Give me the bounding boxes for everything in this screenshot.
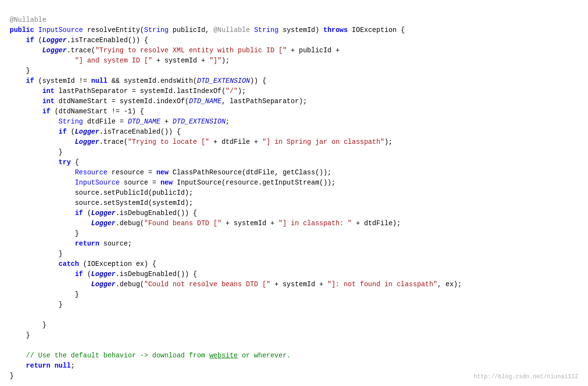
method-istrace2: .isTraceEnabled()) { — [99, 128, 181, 136]
string-trying: "Trying to resolve XML entity with publi… — [95, 46, 286, 54]
cond2: (systemId != — [38, 77, 91, 85]
code-viewer: @Nullable public InputSource resolveEnti… — [10, 5, 578, 381]
brace4: } — [75, 230, 79, 237]
keyword-int1: int — [42, 87, 54, 95]
string-found: "Found beans DTD [" — [144, 219, 222, 227]
brace5: } — [59, 250, 63, 258]
cond5: ( — [87, 209, 91, 217]
class-logger8: Logger — [91, 280, 115, 288]
type-string1: String — [144, 26, 168, 34]
annotation-nullable: @Nullable — [10, 16, 47, 24]
method-debug1: .debug( — [115, 219, 144, 227]
brace9: } — [26, 331, 30, 339]
concat5: + systemId + — [225, 219, 278, 227]
cond3: (dtdNameStart != -1) { — [54, 108, 144, 115]
annotation-nullable2: @Nullable — [213, 26, 250, 34]
method-resolveentity: resolveEntity( — [87, 26, 144, 34]
comment-default: // Use the default behavior -> download … — [26, 352, 291, 359]
string-inclasspath: "] in classpath: " — [279, 219, 352, 227]
string-slash: "/" — [225, 87, 238, 95]
cond2-close: )) { — [250, 77, 267, 85]
keyword-new1: new — [156, 169, 168, 176]
type-resource: Resource — [75, 169, 107, 176]
type-inputsource2: InputSource — [75, 179, 119, 186]
return-source: source; — [103, 240, 132, 247]
brace3: { — [75, 158, 79, 166]
class-logger1: Logger — [42, 36, 66, 44]
method-isdebug2: .isDebugEnabled()) { — [115, 270, 197, 278]
comma1: , lastPathSeparator); — [222, 97, 307, 105]
var-dtdfile: dtdFile = — [87, 118, 128, 125]
brace7: } — [59, 301, 63, 309]
method-setpublicid: source.setPublicId(publicId); — [75, 189, 193, 197]
param-publicid: publicId, — [173, 26, 213, 34]
concat7: + systemId + — [274, 280, 327, 288]
string-inspring: "] in Spring jar on classpath" — [262, 138, 384, 146]
concat3: + — [164, 118, 173, 125]
method-isdebug: .isDebugEnabled()) { — [115, 209, 197, 217]
brace2: } — [59, 148, 63, 156]
keyword-public: public — [10, 26, 34, 34]
keyword-null2: null — [54, 362, 71, 370]
keyword-throws: throws — [323, 26, 348, 34]
semi-final: ; — [71, 362, 75, 370]
brace6: } — [75, 291, 79, 298]
paren2: ); — [384, 138, 393, 146]
keyword-return2: return — [26, 362, 50, 370]
keyword-try: try — [59, 158, 71, 166]
method-trace1: .trace( — [67, 46, 95, 54]
class-logger2: Logger — [42, 46, 66, 54]
concat2: + systemId + — [156, 57, 209, 64]
keyword-if4: if — [59, 128, 67, 136]
class-logger7: Logger — [91, 270, 115, 278]
exception-ioexception: IOException { — [352, 26, 405, 34]
watermark: http://blog.csdn.net/niunai112 — [474, 372, 578, 381]
var-source: source = — [124, 179, 160, 186]
const-dtd-ext: DTD_EXTENSION — [197, 77, 250, 85]
semi2: ; — [225, 118, 229, 125]
brace1: } — [26, 67, 30, 75]
var-lastpath: lastPathSeparator = systemId.lastIndexOf… — [59, 87, 225, 95]
and1: && systemId.endsWith( — [111, 77, 197, 85]
const-dtd-name2: DTD_NAME — [128, 118, 160, 125]
comma2: , ex); — [437, 280, 461, 288]
keyword-int2: int — [42, 97, 54, 105]
string-and: "] and system ID [" — [75, 57, 152, 64]
var-resource: resource = — [111, 169, 156, 176]
keyword-if2: if — [26, 77, 34, 85]
method-istrace: .isTraceEnabled()) { — [67, 36, 148, 44]
var-dtdnamestart: dtdNameStart = systemId.indexOf( — [59, 97, 189, 105]
class-logger6: Logger — [91, 219, 115, 227]
keyword-if6: if — [75, 270, 83, 278]
brace-final: } — [10, 372, 14, 380]
type-string2: String — [254, 26, 278, 34]
type-inputsource: InputSource — [38, 26, 83, 34]
class-inputsource2: InputSource(resource.getInputStream()); — [177, 179, 336, 186]
method-debug2: .debug( — [115, 280, 144, 288]
semi1: ); — [238, 87, 246, 95]
concat4: + dtdFile + — [213, 138, 262, 146]
cond6: ( — [87, 270, 91, 278]
keyword-catch: catch — [59, 260, 79, 268]
class-logger4: Logger — [75, 138, 99, 146]
string-close: "]" — [209, 57, 222, 64]
keyword-return1: return — [75, 240, 99, 247]
concat1: + publicId + — [291, 46, 340, 54]
brace8: } — [42, 321, 46, 329]
string-locate: "Trying to locate [" — [128, 138, 209, 146]
const-dtd-ext2: DTD_EXTENSION — [173, 118, 225, 125]
const-dtd-name: DTD_NAME — [189, 97, 222, 105]
method-setsystemid: source.setSystemId(systemId); — [75, 199, 193, 207]
cond-catch: (IOException ex) { — [83, 260, 156, 268]
paren1: ); — [222, 57, 230, 64]
class-logger5: Logger — [91, 209, 115, 217]
keyword-null1: null — [91, 77, 108, 85]
class-classpathresource: ClassPathResource(dtdFile, getClass()); — [173, 169, 332, 176]
param-systemid: systemId) — [283, 26, 323, 34]
method-trace2: .trace( — [99, 138, 128, 146]
keyword-if1: if — [26, 36, 34, 44]
keyword-if3: if — [42, 108, 50, 115]
keyword-if5: if — [75, 209, 83, 217]
keyword-new2: new — [160, 179, 173, 186]
type-string3: String — [59, 118, 83, 125]
